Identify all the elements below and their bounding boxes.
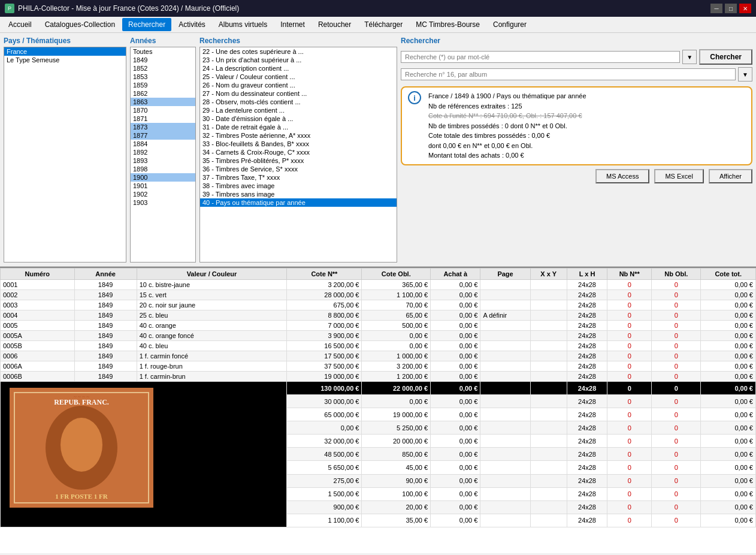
titlebar-left: P PHILA-Collector - Mise à jour France (… bbox=[5, 4, 239, 13]
pays-item[interactable]: Le Type Semeuse bbox=[4, 56, 126, 64]
table-cell: 0 bbox=[607, 448, 652, 461]
table-cell bbox=[530, 461, 567, 474]
menu-item-télécharger[interactable]: Télécharger bbox=[358, 18, 409, 31]
action-buttons: MS Access MS Excel Afficher bbox=[401, 169, 752, 183]
menu-item-mc-timbres-bourse[interactable]: MC Timbres-Bourse bbox=[410, 18, 486, 31]
table-cell: 0 bbox=[607, 435, 652, 448]
annee-item[interactable]: 1859 bbox=[131, 81, 195, 89]
annee-item[interactable]: 1884 bbox=[131, 140, 195, 148]
search-dropdown-2[interactable]: ▼ bbox=[738, 67, 752, 82]
annee-item[interactable]: 1870 bbox=[131, 106, 195, 114]
table-cell: 3 900,00 € bbox=[287, 331, 362, 341]
search-dropdown-1[interactable]: ▼ bbox=[682, 50, 697, 64]
recherche-item[interactable]: 33 - Bloc-feuillets & Bandes, B* xxxx bbox=[200, 140, 397, 148]
recherche-item[interactable]: 30 - Date d'émission égale à ... bbox=[200, 114, 397, 123]
minimize-button[interactable]: ─ bbox=[710, 4, 722, 13]
menu-item-configurer[interactable]: Configurer bbox=[487, 18, 533, 31]
table-row[interactable]: 0005B184940 c. bleu16 500,00 €0,00 €0,00… bbox=[1, 341, 756, 351]
table-cell: 1849 bbox=[74, 372, 137, 382]
table-cell bbox=[480, 351, 530, 361]
table-row[interactable]: 0006A18491 f. rouge-brun37 500,00 €3 200… bbox=[1, 361, 756, 372]
recherche-item[interactable]: 23 - Un prix d'achat supérieur à ... bbox=[200, 56, 397, 64]
menu-item-catalogues-collection[interactable]: Catalogues-Collection bbox=[39, 18, 121, 31]
annees-listbox[interactable]: Toutes1849185218531859186218631870187118… bbox=[130, 47, 196, 263]
pays-listbox[interactable]: FranceLe Type Semeuse bbox=[4, 47, 126, 263]
recherche-item[interactable]: 38 - Timbres avec image bbox=[200, 182, 397, 190]
afficher-button[interactable]: Afficher bbox=[709, 169, 752, 183]
table-cell: 0,00 € bbox=[701, 341, 756, 351]
menu-item-retoucher[interactable]: Retoucher bbox=[312, 18, 357, 31]
table-cell bbox=[480, 461, 530, 474]
ms-access-button[interactable]: MS Access bbox=[595, 169, 649, 183]
recherche-item[interactable]: 35 - Timbres Pré-oblitérés, P* xxxx bbox=[200, 156, 397, 165]
info-line2: Nb de références extraites : 125 bbox=[428, 101, 586, 111]
recherche-item[interactable]: 39 - Timbres sans image bbox=[200, 190, 397, 198]
recherche-item[interactable]: 31 - Date de retrait égale à ... bbox=[200, 123, 397, 131]
table-row[interactable]: 0004184925 c. bleu8 800,00 €65,00 €0,00 … bbox=[1, 310, 756, 321]
menu-item-rechercher[interactable]: Rechercher bbox=[122, 18, 171, 31]
table-cell: 0,00 € bbox=[431, 372, 480, 382]
recherche-item[interactable]: 40 - Pays ou thématique par année bbox=[200, 198, 397, 207]
annee-item[interactable]: 1852 bbox=[131, 64, 195, 73]
table-header: Valeur / Couleur bbox=[137, 269, 287, 280]
table-row[interactable]: 0001184910 c. bistre-jaune3 200,00 €365,… bbox=[1, 280, 756, 290]
table-row[interactable]: 0005184940 c. orange7 000,00 €500,00 €0,… bbox=[1, 321, 756, 331]
ms-excel-button[interactable]: MS Excel bbox=[654, 169, 703, 183]
annee-item[interactable]: 1849 bbox=[131, 56, 195, 64]
recherche-item[interactable]: 27 - Nom du dessinateur contient ... bbox=[200, 89, 397, 98]
table-cell: 40 c. bleu bbox=[137, 341, 287, 351]
recherche-item[interactable]: 26 - Nom du graveur contient ... bbox=[200, 81, 397, 89]
recherche-item[interactable]: 25 - Valeur / Couleur contient ... bbox=[200, 73, 397, 81]
annee-item[interactable]: 1898 bbox=[131, 165, 195, 173]
table-cell: 0,00 € bbox=[701, 351, 756, 361]
annee-item[interactable]: 1903 bbox=[131, 198, 195, 207]
annee-item[interactable]: 1901 bbox=[131, 182, 195, 190]
table-row[interactable]: 0005A184940 c. orange foncé3 900,00 €0,0… bbox=[1, 331, 756, 341]
annee-item[interactable]: 1892 bbox=[131, 148, 195, 156]
table-cell: 0,00 € bbox=[701, 435, 756, 448]
menu-item-activités[interactable]: Activités bbox=[173, 18, 211, 31]
table-row[interactable]: 0006B18491 f. carmin-brun19 000,00 €1 20… bbox=[1, 372, 756, 382]
menu-item-accueil[interactable]: Accueil bbox=[2, 18, 38, 31]
table-cell bbox=[480, 331, 530, 341]
pays-item[interactable]: France bbox=[4, 47, 126, 56]
annee-item[interactable]: 1873 bbox=[131, 123, 195, 131]
recherche-item[interactable]: 32 - Timbres Poste aérienne, A* xxxx bbox=[200, 131, 397, 140]
recherche-item[interactable]: 37 - Timbres Taxe, T* xxxx bbox=[200, 173, 397, 182]
table-row[interactable]: 000618491 f. carmin foncé17 500,00 €1 00… bbox=[1, 351, 756, 361]
table-cell: 1 100,00 € bbox=[287, 514, 362, 527]
recherche-item[interactable]: 22 - Une des cotes supérieure à ... bbox=[200, 47, 397, 56]
annee-item[interactable]: 1900 bbox=[131, 173, 195, 182]
chercher-button[interactable]: Chercher bbox=[699, 49, 752, 65]
search-input-2[interactable] bbox=[401, 68, 736, 80]
table-cell: 19 000,00 € bbox=[287, 372, 362, 382]
maximize-button[interactable]: □ bbox=[725, 4, 737, 13]
table-cell: 0 bbox=[607, 290, 652, 300]
table-container[interactable]: NuméroAnnéeValeur / CouleurCote N**Cote … bbox=[0, 267, 756, 553]
annee-item[interactable]: Toutes bbox=[131, 47, 195, 56]
annee-item[interactable]: 1877 bbox=[131, 131, 195, 140]
close-button[interactable]: ✕ bbox=[739, 4, 751, 13]
recherche-item[interactable]: 28 - Observ, mots-clés contient ... bbox=[200, 98, 397, 106]
annee-item[interactable]: 1863 bbox=[131, 98, 195, 106]
table-cell: 275,00 € bbox=[287, 474, 362, 487]
annee-item[interactable]: 1902 bbox=[131, 190, 195, 198]
search-input-1[interactable] bbox=[401, 51, 680, 63]
recherche-item[interactable]: 36 - Timbres de Service, S* xxxx bbox=[200, 165, 397, 173]
recherche-item[interactable]: 34 - Carnets & Croix-Rouge, C* xxxx bbox=[200, 148, 397, 156]
annee-item[interactable]: 1893 bbox=[131, 156, 195, 165]
recherche-item[interactable]: 24 - La description contient ... bbox=[200, 64, 397, 73]
table-cell: 0,00 € bbox=[431, 408, 480, 421]
table-row[interactable]: 0002184915 c. vert28 000,00 €1 100,00 €0… bbox=[1, 290, 756, 300]
table-cell: 5 250,00 € bbox=[362, 421, 431, 435]
recherches-listbox[interactable]: 22 - Une des cotes supérieure à ...23 - … bbox=[199, 47, 397, 263]
menu-item-albums-virtuels[interactable]: Albums virtuels bbox=[213, 18, 273, 31]
annee-item[interactable]: 1871 bbox=[131, 114, 195, 123]
annee-item[interactable]: 1862 bbox=[131, 89, 195, 98]
menu-item-internet[interactable]: Internet bbox=[274, 18, 311, 31]
table-row[interactable]: 130 000,00 €22 000,00 €0,00 €24x28000,00… bbox=[1, 382, 756, 395]
recherche-item[interactable]: 29 - La dentelure contient ... bbox=[200, 106, 397, 114]
table-cell: 0 bbox=[652, 408, 701, 421]
annee-item[interactable]: 1853 bbox=[131, 73, 195, 81]
table-row[interactable]: 0003184920 c. noir sur jaune675,00 €70,0… bbox=[1, 300, 756, 310]
